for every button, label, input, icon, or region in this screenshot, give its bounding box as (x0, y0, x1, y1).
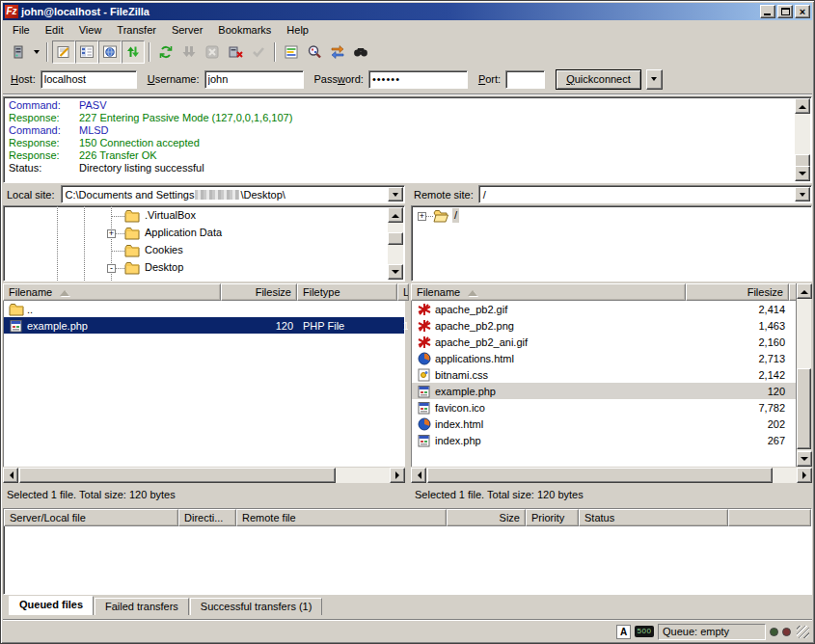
toggle-local-tree-button[interactable] (75, 40, 98, 64)
find-files-button[interactable] (349, 40, 372, 64)
remote-horizontal-scrollbar[interactable] (411, 468, 812, 483)
tab-queued-files[interactable]: Queued files (9, 596, 94, 615)
transfer-queue: Server/Local file Directi... Remote file… (3, 508, 812, 595)
file-row-example-php[interactable]: example.php 120 PHP File 1 (4, 317, 404, 334)
column-header-remote-file[interactable]: Remote file (236, 509, 447, 526)
column-header-filename[interactable]: Filename (3, 283, 221, 301)
scroll-right-button[interactable] (390, 468, 405, 483)
column-header-last-modified[interactable]: L (397, 283, 409, 301)
compare-directories-button[interactable] (303, 40, 326, 64)
file-row-updir[interactable]: .. (4, 301, 404, 317)
local-horizontal-scrollbar[interactable] (3, 468, 405, 483)
speed-limit-icon[interactable]: 500 (635, 626, 654, 637)
file-row[interactable]: apache_pb2_ani.gif 2,160 (412, 334, 796, 350)
file-row[interactable]: applications.html 2,713 (412, 350, 796, 366)
remote-list-scrollbar[interactable] (796, 283, 811, 467)
port-input[interactable] (505, 70, 545, 89)
reconnect-button[interactable] (247, 40, 270, 64)
toggle-remote-tree-button[interactable] (98, 40, 122, 64)
menu-transfer[interactable]: Transfer (109, 21, 164, 39)
maximize-button[interactable] (777, 5, 793, 18)
synchronized-browsing-button[interactable] (326, 40, 349, 64)
cancel-operation-button[interactable] (201, 40, 224, 64)
menu-server[interactable]: Server (164, 21, 210, 39)
file-row-example-php[interactable]: example.php 120 (412, 383, 796, 399)
column-header-filesize[interactable]: Filesize (221, 283, 297, 301)
file-row[interactable]: favicon.ico 7,782 (412, 399, 796, 416)
log-scrollbar[interactable] (795, 98, 810, 181)
remote-site-label: Remote site: (414, 189, 474, 201)
site-manager-dropdown[interactable] (30, 41, 42, 63)
quickconnect-dropdown[interactable] (646, 69, 663, 90)
column-header-status[interactable]: Status (579, 509, 728, 526)
tree-item-root[interactable]: / (452, 208, 459, 223)
minimize-button[interactable] (760, 5, 775, 18)
column-header-priority[interactable]: Priority (526, 509, 579, 526)
file-row[interactable]: apache_pb2.png 1,463 (412, 317, 796, 334)
host-input[interactable] (41, 70, 137, 89)
data-type-indicator-icon[interactable]: A (616, 625, 631, 639)
tab-successful-transfers[interactable]: Successful transfers (1) (190, 598, 323, 615)
scroll-left-button[interactable] (3, 468, 18, 483)
column-header-direction[interactable]: Directi... (178, 509, 236, 526)
tree-item-application-data[interactable]: Application Data (143, 226, 224, 240)
username-input[interactable] (204, 70, 304, 89)
scroll-up-button[interactable] (388, 207, 403, 223)
quickconnect-button[interactable]: Quickconnect (556, 69, 641, 90)
toggle-message-log-button[interactable] (52, 40, 75, 64)
queue-size-pane: Queue: empty (658, 624, 766, 640)
scrollbar-thumb[interactable] (19, 468, 336, 483)
column-header-size[interactable]: Size (447, 509, 526, 526)
combo-dropdown-button[interactable] (388, 187, 403, 201)
combo-dropdown-button[interactable] (795, 187, 810, 201)
process-queue-button[interactable] (177, 40, 201, 64)
scrollbar-thumb[interactable] (427, 468, 773, 483)
log-line: Command:PASV (6, 99, 811, 112)
tab-failed-transfers[interactable]: Failed transfers (95, 598, 189, 615)
remote-site-combobox[interactable]: / (478, 185, 812, 203)
column-header-server-local-file[interactable]: Server/Local file (4, 509, 178, 526)
menu-help[interactable]: Help (279, 21, 316, 39)
file-row[interactable]: index.html 202 (412, 416, 796, 432)
file-row[interactable]: index.php 267 (412, 432, 796, 448)
site-manager-button[interactable] (7, 40, 30, 64)
file-row[interactable]: bitnami.css 2,142 (412, 366, 796, 383)
scroll-right-button[interactable] (797, 468, 812, 483)
menu-bookmarks[interactable]: Bookmarks (210, 21, 279, 39)
scroll-down-button[interactable] (797, 451, 812, 467)
tree-item-desktop[interactable]: Desktop (143, 260, 185, 275)
scrollbar-thumb[interactable] (797, 368, 811, 449)
local-tree-icon (79, 44, 95, 60)
tree-item-virtualbox[interactable]: .VirtualBox (143, 208, 198, 223)
scroll-down-button[interactable] (795, 166, 810, 181)
menu-edit[interactable]: Edit (38, 21, 71, 39)
tree-line (111, 251, 124, 252)
file-row[interactable]: apache_pb2.gif 2,414 (412, 301, 796, 317)
refresh-button[interactable] (154, 40, 177, 64)
tree-item-cookies[interactable]: Cookies (143, 243, 185, 257)
local-site-combobox[interactable]: C:\Documents and Settings\Desktop\ (61, 185, 405, 203)
column-header-filetype[interactable]: Filetype (297, 283, 397, 301)
tree-expander[interactable]: + (107, 229, 116, 238)
tree-expander[interactable]: - (107, 264, 116, 273)
toggle-transfer-queue-button[interactable] (122, 40, 145, 64)
column-header-filename[interactable]: Filename (411, 283, 686, 301)
remote-directory-tree: + / (411, 205, 812, 282)
scroll-up-button[interactable] (795, 98, 810, 114)
directory-filters-button[interactable] (280, 40, 303, 64)
local-tree-scrollbar[interactable] (388, 207, 403, 280)
scroll-up-button[interactable] (797, 283, 812, 299)
close-button[interactable]: × (795, 5, 810, 18)
password-input[interactable] (368, 70, 468, 89)
scrollbar-thumb[interactable] (388, 232, 403, 245)
html-file-icon (417, 417, 432, 431)
disconnect-button[interactable] (224, 40, 247, 64)
chevron-down-icon (651, 77, 657, 84)
menu-file[interactable]: File (5, 21, 38, 39)
resize-grip[interactable] (797, 626, 809, 638)
scroll-down-button[interactable] (388, 264, 403, 280)
column-header-filesize[interactable]: Filesize (686, 283, 789, 301)
scroll-left-button[interactable] (411, 468, 426, 483)
menu-view[interactable]: View (71, 21, 110, 39)
tree-expander[interactable]: + (418, 212, 426, 221)
